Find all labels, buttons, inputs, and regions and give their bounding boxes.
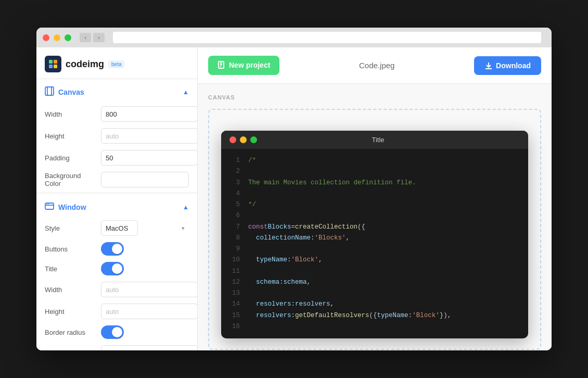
- svg-rect-4: [45, 87, 54, 95]
- bg-color-swatch[interactable]: [101, 172, 189, 187]
- title-toggle-label: Title: [45, 265, 97, 273]
- canvas-area: CANVAS Title: [198, 84, 552, 350]
- nav-forward-button[interactable]: ›: [93, 33, 105, 42]
- app-name: codeimg: [66, 59, 104, 70]
- section-divider-1: [36, 193, 197, 193]
- beta-badge: beta: [108, 60, 124, 68]
- code-btn-maximize[interactable]: [250, 136, 257, 143]
- svg-rect-1: [54, 60, 57, 64]
- canvas-section-label-group: Canvas: [45, 86, 84, 98]
- code-line-11: 11: [221, 266, 528, 277]
- top-left-row: Top left: [36, 342, 197, 350]
- code-window-titlebar: Title: [221, 131, 528, 149]
- download-icon: [484, 61, 493, 70]
- browser-titlebar: ‹ ›: [36, 28, 552, 47]
- code-line-14: 14 resolvers: resolvers,: [221, 299, 528, 310]
- code-window: Title 1 /* 2: [221, 131, 528, 338]
- window-width-label: Width: [45, 286, 97, 294]
- code-line-8: 8 collectionName: 'Blocks',: [221, 233, 528, 244]
- height-input[interactable]: [101, 128, 198, 144]
- canvas-icon: [45, 86, 54, 98]
- canvas-container[interactable]: Title 1 /* 2: [208, 109, 541, 350]
- nav-buttons: ‹ ›: [80, 33, 105, 42]
- sidebar: codeimg beta Canvas ▲: [36, 47, 198, 350]
- style-row: Style MacOS Windows Linux: [36, 217, 197, 239]
- svg-point-10: [48, 204, 49, 205]
- window-section-title: Window: [58, 203, 86, 211]
- border-radius-toggle-slider: [101, 325, 124, 339]
- svg-rect-0: [49, 60, 53, 64]
- canvas-section-header[interactable]: Canvas ▲: [36, 79, 197, 103]
- buttons-toggle-row: Buttons: [36, 239, 197, 259]
- code-btn-close[interactable]: [229, 136, 236, 143]
- file-name: Code.jpeg: [359, 61, 394, 70]
- style-select[interactable]: MacOS Windows Linux: [101, 220, 138, 236]
- code-line-12: 12 schema: schema,: [221, 277, 528, 288]
- traffic-maximize[interactable]: [65, 34, 71, 41]
- nav-back-button[interactable]: ‹: [80, 33, 91, 42]
- width-row: Width: [36, 103, 197, 125]
- padding-row: Padding: [36, 147, 197, 169]
- top-left-label: Top left: [45, 349, 97, 351]
- toolbar: New project Code.jpeg Download: [198, 47, 552, 84]
- code-line-15: 15 resolvers: getDefaultResolvers({typeN…: [221, 310, 528, 321]
- code-line-13: 13: [221, 288, 528, 299]
- code-line-3: 3 The main Movies collection definition …: [221, 178, 528, 188]
- code-line-1: 1 /*: [221, 155, 528, 166]
- traffic-close[interactable]: [43, 34, 49, 41]
- download-button[interactable]: Download: [474, 56, 541, 75]
- width-label: Width: [45, 110, 97, 118]
- code-body: 1 /* 2 3 The main Movies collection defi…: [221, 149, 528, 338]
- bg-color-row: Background Color: [36, 169, 197, 191]
- svg-rect-3: [54, 65, 57, 68]
- window-icon: [45, 203, 54, 212]
- svg-rect-2: [49, 65, 53, 68]
- padding-label: Padding: [45, 154, 97, 162]
- title-toggle-slider: [101, 262, 124, 275]
- svg-point-9: [46, 204, 47, 205]
- title-toggle-row: Title: [36, 259, 197, 279]
- code-line-5: 5 */: [221, 199, 528, 210]
- code-line-4: 4: [221, 188, 528, 199]
- buttons-toggle-slider: [101, 242, 124, 256]
- window-width-input[interactable]: [101, 282, 198, 297]
- top-left-input[interactable]: [101, 345, 198, 350]
- code-line-10: 10 typeName: 'Block',: [221, 255, 528, 266]
- code-btn-minimize[interactable]: [240, 136, 247, 143]
- code-window-buttons: [229, 136, 257, 143]
- border-radius-toggle-label: Border radius: [45, 329, 97, 336]
- code-window-title: Title: [372, 136, 384, 144]
- code-line-7: 7 const Blocks = createCollection({: [221, 222, 528, 233]
- buttons-toggle-label: Buttons: [45, 245, 97, 253]
- style-select-wrapper: MacOS Windows Linux: [101, 220, 189, 236]
- address-bar[interactable]: [113, 32, 541, 43]
- main-area: New project Code.jpeg Download CANVAS: [198, 47, 552, 350]
- window-height-input[interactable]: [101, 304, 198, 319]
- logo-area: codeimg beta: [36, 47, 197, 79]
- window-height-label: Height: [45, 308, 97, 316]
- browser-window: ‹ › codeimg beta: [36, 28, 552, 350]
- window-section-header[interactable]: Window ▲: [36, 195, 197, 217]
- window-height-row: Height: [36, 300, 197, 322]
- style-label: Style: [45, 224, 97, 232]
- code-line-9: 9: [221, 244, 528, 255]
- window-width-row: Width: [36, 279, 197, 300]
- code-line-6: 6: [221, 210, 528, 221]
- buttons-toggle[interactable]: [101, 242, 124, 256]
- title-toggle[interactable]: [101, 262, 124, 275]
- app-content: codeimg beta Canvas ▲: [36, 47, 552, 350]
- traffic-minimize[interactable]: [54, 34, 60, 41]
- window-section-label-group: Window: [45, 203, 86, 212]
- canvas-label: CANVAS: [208, 94, 541, 100]
- padding-input[interactable]: [101, 150, 198, 166]
- border-radius-toggle[interactable]: [101, 325, 124, 339]
- new-project-icon: [218, 61, 226, 69]
- width-input[interactable]: [101, 106, 198, 122]
- canvas-section-title: Canvas: [58, 88, 84, 96]
- new-project-button[interactable]: New project: [208, 56, 279, 75]
- height-label: Height: [45, 132, 97, 140]
- border-radius-toggle-row: Border radius: [36, 322, 197, 342]
- app-logo-icon: [45, 56, 61, 72]
- code-line-2: 2: [221, 166, 528, 177]
- canvas-chevron-icon: ▲: [183, 89, 189, 96]
